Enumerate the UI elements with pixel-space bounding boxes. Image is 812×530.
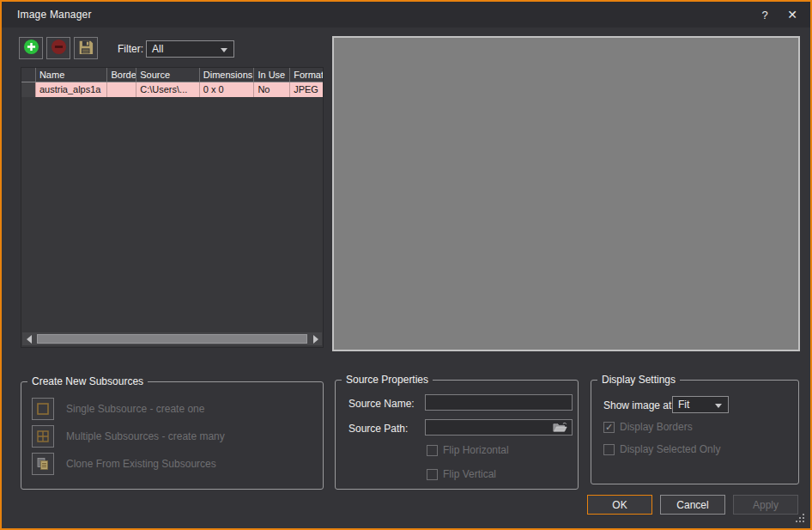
remove-image-button[interactable] bbox=[46, 37, 70, 59]
single-subsource-button[interactable] bbox=[32, 398, 54, 420]
chevron-down-icon bbox=[221, 48, 227, 52]
horizontal-scrollbar[interactable] bbox=[22, 332, 322, 345]
clone-subsources-button[interactable] bbox=[32, 453, 54, 475]
single-subsource-label: Single Subsource - create one bbox=[66, 403, 204, 415]
column-header-inuse[interactable]: In Use bbox=[253, 68, 289, 82]
column-header-source[interactable]: Source bbox=[136, 68, 199, 82]
flip-vertical-label: Flip Vertical bbox=[443, 468, 496, 480]
scrollbar-thumb[interactable] bbox=[37, 334, 307, 344]
ok-button-label: OK bbox=[612, 499, 627, 511]
apply-button[interactable]: Apply bbox=[733, 495, 798, 515]
source-name-input[interactable] bbox=[425, 394, 573, 411]
display-selected-only-label: Display Selected Only bbox=[620, 443, 720, 455]
help-button[interactable]: ? bbox=[754, 5, 776, 24]
cell-name: austria_alps1a bbox=[35, 82, 107, 97]
display-selected-only-option[interactable]: Display Selected Only bbox=[603, 443, 720, 455]
image-preview-area bbox=[332, 36, 800, 351]
cell-inuse: No bbox=[253, 82, 289, 97]
scroll-left-button[interactable] bbox=[22, 332, 35, 345]
display-borders-option[interactable]: ✓ Display Borders bbox=[603, 421, 693, 433]
column-header-dimensions[interactable]: Dimensions bbox=[199, 68, 254, 82]
add-icon bbox=[23, 39, 39, 58]
filter-dropdown[interactable]: All bbox=[146, 40, 234, 58]
window-title: Image Manager bbox=[17, 9, 92, 21]
source-path-label: Source Path: bbox=[348, 423, 408, 435]
remove-icon bbox=[51, 39, 67, 58]
show-image-at-label: Show image at bbox=[603, 399, 671, 411]
source-properties-title: Source Properties bbox=[342, 374, 433, 386]
single-subsource-icon bbox=[36, 402, 50, 416]
scroll-right-icon bbox=[313, 335, 318, 344]
apply-button-label: Apply bbox=[753, 499, 779, 511]
column-header-name[interactable]: Name bbox=[35, 68, 107, 82]
create-subsources-title: Create New Subsources bbox=[27, 375, 148, 387]
flip-vertical-option[interactable]: Flip Vertical bbox=[427, 468, 496, 480]
ok-button[interactable]: OK bbox=[587, 495, 652, 515]
cell-format: JPEG bbox=[289, 82, 323, 97]
clone-subsources-item[interactable]: Clone From Existing Subsources bbox=[32, 453, 216, 475]
browse-folder-button[interactable] bbox=[549, 421, 570, 434]
clone-subsources-label: Clone From Existing Subsources bbox=[66, 458, 216, 470]
image-manager-dialog: Image Manager ? ✕ Filter: bbox=[0, 0, 812, 530]
table-header-row: Name Border Source Dimensions In Use For… bbox=[21, 68, 323, 82]
clone-icon bbox=[36, 457, 50, 471]
multiple-subsources-button[interactable] bbox=[32, 425, 54, 448]
cell-border bbox=[106, 82, 136, 97]
create-subsources-group: Create New Subsources Single Subsource -… bbox=[21, 381, 324, 490]
filter-label: Filter: bbox=[118, 43, 143, 55]
show-image-at-value: Fit bbox=[678, 399, 689, 411]
row-gutter bbox=[21, 82, 35, 97]
flip-horizontal-option[interactable]: Flip Horizontal bbox=[427, 444, 509, 456]
source-path-input[interactable] bbox=[425, 419, 573, 436]
source-properties-group: Source Properties Source Name: Source Pa… bbox=[335, 380, 579, 490]
column-header-border[interactable]: Border bbox=[106, 68, 136, 82]
flip-vertical-checkbox[interactable] bbox=[427, 469, 438, 480]
scroll-left-icon bbox=[27, 335, 32, 344]
table-header-gutter bbox=[21, 68, 35, 82]
chevron-down-icon bbox=[715, 404, 722, 408]
multiple-subsources-item[interactable]: Multiple Subsources - create many bbox=[32, 425, 225, 448]
table-row[interactable]: austria_alps1a C:\Users\... 0 x 0 No JPE… bbox=[21, 82, 323, 97]
single-subsource-item[interactable]: Single Subsource - create one bbox=[32, 398, 204, 420]
save-icon bbox=[78, 40, 94, 58]
title-bar[interactable]: Image Manager ? ✕ bbox=[2, 2, 810, 27]
multiple-subsources-icon bbox=[36, 429, 50, 443]
display-selected-only-checkbox[interactable] bbox=[603, 444, 615, 455]
column-header-format[interactable]: Format bbox=[289, 68, 323, 82]
display-borders-checkbox[interactable]: ✓ bbox=[603, 422, 615, 433]
help-icon: ? bbox=[761, 9, 767, 21]
multiple-subsources-label: Multiple Subsources - create many bbox=[66, 430, 225, 442]
add-image-button[interactable] bbox=[19, 37, 43, 59]
filter-value: All bbox=[152, 43, 163, 55]
resize-grip[interactable] bbox=[796, 514, 804, 522]
flip-horizontal-checkbox[interactable] bbox=[427, 445, 438, 456]
cancel-button-label: Cancel bbox=[676, 499, 708, 511]
show-image-at-dropdown[interactable]: Fit bbox=[672, 396, 729, 413]
cancel-button[interactable]: Cancel bbox=[660, 495, 725, 515]
scroll-right-button[interactable] bbox=[309, 332, 322, 345]
source-name-label: Source Name: bbox=[348, 398, 415, 410]
cell-dimensions: 0 x 0 bbox=[199, 82, 254, 97]
flip-horizontal-label: Flip Horizontal bbox=[443, 444, 509, 456]
display-borders-label: Display Borders bbox=[620, 421, 693, 433]
close-button[interactable]: ✕ bbox=[781, 5, 803, 24]
cell-source: C:\Users\... bbox=[136, 82, 199, 97]
open-folder-icon bbox=[553, 422, 567, 433]
display-settings-title: Display Settings bbox=[597, 374, 680, 386]
close-icon: ✕ bbox=[787, 8, 797, 21]
image-list-table[interactable]: Name Border Source Dimensions In Use For… bbox=[21, 67, 324, 348]
save-button[interactable] bbox=[74, 37, 98, 59]
display-settings-group: Display Settings Show image at Fit ✓ Dis… bbox=[591, 380, 799, 484]
